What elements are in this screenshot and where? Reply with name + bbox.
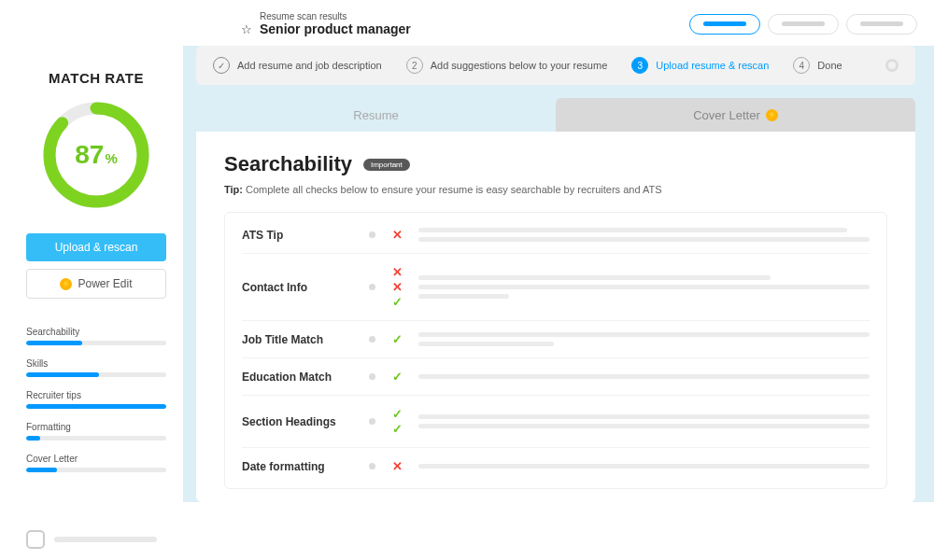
metric-item[interactable]: Recruiter tips [26,390,166,409]
status-column: ✓ [389,332,405,346]
pass-icon: ✓ [392,295,403,309]
step-1[interactable]: ✓ Add resume and job description [213,57,382,74]
tip-label: Tip: [224,184,243,195]
metric-label: Recruiter tips [26,390,166,400]
status-column: ✓ [389,370,405,384]
check-icon: ✓ [213,57,230,74]
fail-icon: ✕ [392,459,403,473]
detail-placeholder [418,275,870,299]
metric-track [26,468,166,472]
info-dot-icon[interactable] [369,463,375,469]
match-rate-gauge: 87% [40,99,152,211]
step-label: Add suggestions below to your resume [431,60,608,71]
metric-label: Formatting [26,422,166,432]
header-pill-1[interactable] [689,14,760,35]
panel-tip: Tip: Complete all checks below to ensure… [224,184,887,195]
main-content: ✓ Add resume and job description 2 Add s… [183,46,934,502]
check-label: Section Headings [242,415,356,428]
check-row: Contact Info✕✕✓ [242,254,870,321]
header-pill-3[interactable] [846,14,917,35]
status-column: ✕✕✓ [389,265,405,309]
bolt-icon: ⚡ [766,109,778,121]
metric-label: Cover Letter [26,454,166,464]
detail-placeholder [418,464,870,469]
check-label: Date formatting [242,460,356,473]
detail-placeholder [418,414,870,428]
status-column: ✕ [389,459,405,473]
check-row: ATS Tip✕ [242,217,870,254]
check-label: Contact Info [242,281,356,294]
metric-track [26,372,166,377]
sidebar-footer [26,530,157,549]
step-number: 2 [406,57,423,74]
check-label: Job Title Match [242,333,356,346]
footer-checkbox[interactable] [26,530,45,549]
footer-placeholder [54,537,157,542]
upload-rescan-button[interactable]: Upload & rescan [26,233,166,261]
header-title: Senior product manager [260,21,411,36]
document-tabs: Resume Cover Letter ⚡ [196,98,915,132]
step-3[interactable]: 3 Upload resume & rescan [631,57,769,74]
power-edit-label: Power Edit [78,277,132,290]
info-dot-icon[interactable] [369,373,375,380]
step-label: Done [817,60,842,71]
fail-icon: ✕ [392,228,403,242]
metric-track [26,436,166,441]
pass-icon: ✓ [392,370,403,384]
bolt-icon: ⚡ [60,278,72,290]
check-row: Job Title Match✓ [242,321,870,358]
detail-placeholder [418,228,870,242]
match-score-unit: % [105,150,117,166]
searchability-panel: Searchability Important Tip: Complete al… [196,132,915,502]
step-number: 4 [793,57,810,74]
sidebar: MATCH RATE 87% Upload & rescan ⚡ Power E… [0,46,183,502]
match-rate-heading: MATCH RATE [26,70,166,86]
progress-stepper: ✓ Add resume and job description 2 Add s… [196,46,915,85]
tip-text: Complete all checks below to ensure your… [243,184,662,195]
tab-cover-label: Cover Letter [693,108,760,122]
check-label: Education Match [242,371,356,384]
power-edit-button[interactable]: ⚡ Power Edit [26,269,166,299]
star-icon[interactable]: ☆ [241,22,252,36]
tab-cover-letter[interactable]: Cover Letter ⚡ [556,98,915,132]
info-dot-icon[interactable] [369,336,375,343]
fail-icon: ✕ [392,280,403,294]
detail-placeholder [418,332,870,346]
stepper-end-icon [885,59,899,72]
important-badge: Important [363,159,410,171]
step-label: Upload resume & rescan [656,60,769,71]
info-dot-icon[interactable] [369,284,375,290]
metric-item[interactable]: Skills [26,358,166,377]
match-score: 87 [75,140,104,169]
metric-item[interactable]: Formatting [26,422,166,441]
metric-label: Searchability [26,327,166,337]
metric-item[interactable]: Searchability [26,327,166,345]
metric-label: Skills [26,358,166,369]
step-2[interactable]: 2 Add suggestions below to your resume [406,57,608,74]
status-column: ✕ [389,228,405,242]
pass-icon: ✓ [392,407,403,421]
tab-resume[interactable]: Resume [196,98,556,132]
pass-icon: ✓ [392,332,403,346]
info-dot-icon[interactable] [369,231,375,238]
metric-track [26,341,166,345]
check-row: Education Match✓ [242,358,870,396]
metrics-list: SearchabilitySkillsRecruiter tipsFormatt… [26,327,166,472]
detail-placeholder [418,374,870,379]
header-pill-2[interactable] [768,14,839,35]
pass-icon: ✓ [392,422,403,436]
step-4[interactable]: 4 Done [793,57,842,74]
status-column: ✓✓ [389,407,405,436]
check-row: Section Headings✓✓ [242,396,870,448]
panel-title: Searchability [224,152,352,176]
check-row: Date formatting✕ [242,448,870,484]
step-number: 3 [631,57,648,74]
info-dot-icon[interactable] [369,418,375,425]
header-subtitle: Resume scan results [260,11,411,21]
metric-item[interactable]: Cover Letter [26,454,166,472]
page-header: ☆ Resume scan results Senior product man… [0,0,934,46]
header-pill-group [689,14,917,35]
checks-card: ATS Tip✕Contact Info✕✕✓Job Title Match✓E… [224,212,887,489]
header-title-block: ☆ Resume scan results Senior product man… [241,11,411,36]
fail-icon: ✕ [392,265,403,279]
